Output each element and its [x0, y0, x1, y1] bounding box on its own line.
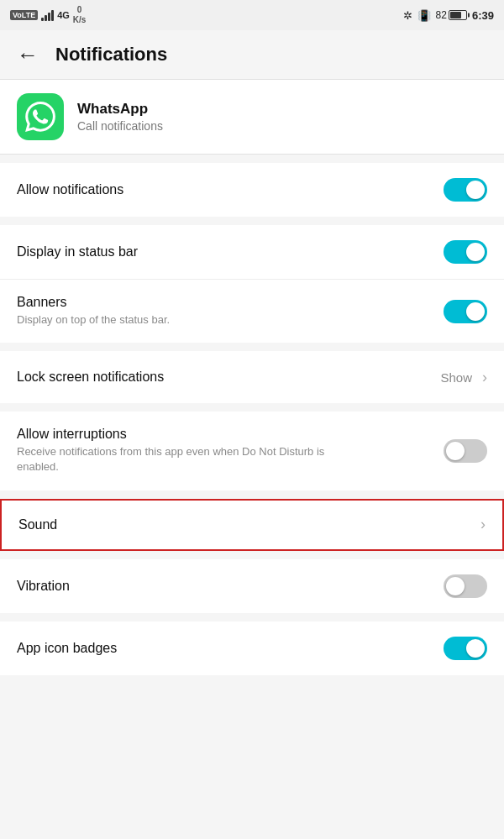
app-name: WhatsApp [77, 101, 163, 118]
banners-label: Banners [17, 295, 444, 310]
allow-notifications-row: Allow notifications [0, 163, 504, 217]
banners-text: Banners Display on top of the status bar… [17, 295, 444, 328]
app-icon [17, 93, 64, 140]
bluetooth-icon: ✲ [403, 9, 412, 22]
network-type: 4G [57, 10, 70, 20]
lock-screen-section: Lock screen notifications Show › [0, 351, 504, 403]
back-button[interactable]: ← [17, 44, 39, 66]
allow-notifications-text: Allow notifications [17, 182, 444, 197]
battery-fill [450, 12, 462, 18]
lock-screen-value: Show [440, 370, 472, 385]
vibration-text: Vibration [17, 579, 444, 594]
allow-notifications-toggle[interactable] [444, 178, 487, 202]
status-bar: VoLTE 4G 0 K/s ✲ 📳 82 6:39 [0, 0, 504, 30]
lock-screen-label: Lock screen notifications [17, 370, 440, 385]
vibration-toggle[interactable] [444, 574, 487, 598]
app-text: WhatsApp Call notifications [77, 101, 163, 133]
app-icon-badges-row: App icon badges [0, 621, 504, 675]
vibration-row: Vibration [0, 559, 504, 613]
allow-interruptions-sublabel: Receive notifications from this app even… [17, 444, 336, 475]
sound-section: Sound › [0, 499, 504, 551]
allow-interruptions-section: Allow interruptions Receive notification… [0, 412, 504, 490]
sound-label: Sound [18, 517, 57, 532]
allow-notifications-section: Allow notifications [0, 163, 504, 217]
status-bar-left: VoLTE 4G 0 K/s [10, 5, 86, 25]
page-title: Notifications [55, 44, 167, 66]
banners-row: Banners Display on top of the status bar… [0, 280, 504, 343]
network-speed: 0 K/s [73, 5, 87, 25]
banners-sublabel: Display on top of the status bar. [17, 312, 336, 328]
battery-container: 82 [436, 9, 467, 21]
header: ← Notifications [0, 30, 504, 80]
lock-screen-row[interactable]: Lock screen notifications Show › [0, 351, 504, 403]
vibrate-icon: 📳 [417, 9, 431, 22]
lock-screen-chevron-icon: › [482, 369, 487, 386]
time: 6:39 [472, 9, 494, 22]
sound-chevron-icon: › [480, 516, 486, 533]
app-icon-badges-toggle[interactable] [444, 637, 487, 660]
allow-interruptions-toggle[interactable] [444, 439, 487, 463]
display-banners-section: Display in status bar Banners Display on… [0, 225, 504, 343]
app-icon-badges-label: App icon badges [17, 641, 444, 656]
allow-notifications-label: Allow notifications [17, 182, 444, 197]
display-status-bar-row: Display in status bar [0, 225, 504, 280]
status-bar-right: ✲ 📳 82 6:39 [403, 9, 494, 22]
sound-row[interactable]: Sound › [0, 499, 504, 551]
lock-screen-value-group: Show › [440, 369, 487, 386]
app-icon-badges-text: App icon badges [17, 641, 444, 656]
allow-interruptions-row: Allow interruptions Receive notification… [0, 412, 504, 490]
display-status-bar-text: Display in status bar [17, 244, 444, 260]
lock-screen-text: Lock screen notifications [17, 370, 440, 385]
allow-interruptions-label: Allow interruptions [17, 427, 433, 442]
battery-icon [449, 10, 467, 20]
display-status-bar-toggle[interactable] [444, 240, 487, 264]
banners-toggle[interactable] [444, 300, 487, 323]
allow-interruptions-text: Allow interruptions Receive notification… [17, 427, 433, 475]
display-status-bar-label: Display in status bar [17, 244, 444, 260]
volte-badge: VoLTE [10, 10, 38, 20]
vibration-section: Vibration [0, 559, 504, 613]
app-subtitle: Call notifications [77, 119, 163, 133]
whatsapp-logo-icon [25, 102, 55, 132]
signal-bars-icon [41, 9, 54, 21]
app-info-row: WhatsApp Call notifications [0, 80, 504, 155]
app-icon-badges-section: App icon badges [0, 621, 504, 675]
vibration-label: Vibration [17, 579, 444, 594]
battery-level: 82 [436, 9, 447, 21]
